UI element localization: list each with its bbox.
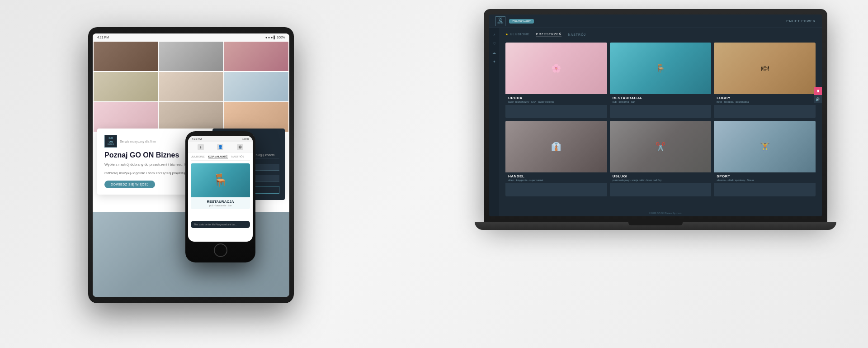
card-uslugi[interactable]: USŁUGI punkt usługowy · stacja paliw · b… (610, 121, 712, 196)
phone-tab-nastroj[interactable]: NASTRÓJ (231, 155, 244, 158)
card-sport-image (714, 121, 816, 172)
phone-home-button[interactable] (214, 243, 227, 257)
tablet-thumb-1 (94, 42, 158, 71)
laptop-cards-grid: URODA salon kosmetyczny · SPA · salon fr… (505, 43, 816, 196)
laptop-logo: GO ON BIZNES (495, 16, 505, 26)
heart-icon[interactable]: ♡ (492, 42, 496, 46)
card-sport-title: SPORT (717, 174, 813, 178)
tablet-time: 4:21 PM (97, 36, 109, 39)
card-sport-subtitle: siłownia · obiekt sportowy · fitness (717, 179, 813, 181)
phone-card-image: 🪑 (191, 163, 250, 197)
phone-restauracja-card[interactable]: 🪑 RESTAURACJA pub · kawiarnia · bar (191, 163, 250, 209)
card-handel-image (505, 121, 607, 172)
card-handel-info: HANDEL sklep · księgarnia · supermarket (505, 172, 607, 183)
card-uroda[interactable]: URODA salon kosmetyczny · SPA · salon fr… (505, 43, 607, 118)
scene: GO ON BIZNES ZNAJDŹ HART PAKIET POWER ♪ … (0, 0, 868, 348)
tablet-thumb-3 (224, 42, 288, 71)
phone-body: 4:21 PM 100% ♪ 👤 ⚙ ULUBIONE DZIAŁALNOŚĆ (185, 131, 255, 262)
tablet-thumb-5 (159, 72, 223, 101)
tablet-learn-more-button[interactable]: DOWIEDZ SIĘ WIĘCEJ (104, 181, 155, 188)
tablet-image-grid (93, 41, 289, 133)
music-icon[interactable]: ♪ (492, 33, 496, 37)
laptop-base (475, 222, 836, 230)
tablet-thumb-6 (224, 72, 288, 101)
card-lobby-title: LOBBY (717, 96, 813, 100)
laptop-find-button[interactable]: ZNAJDŹ HART (509, 19, 534, 24)
phone-tab-dzialalnosc[interactable]: DZIAŁALNOŚĆ (208, 155, 228, 158)
tablet-thumb-8 (159, 102, 223, 132)
card-uroda-subtitle: salon kosmetyczny · SPA · salon fryzjers… (508, 100, 604, 103)
card-handel-title: HANDEL (508, 174, 604, 178)
phone-content-area: ULUBIONE DZIAŁALNOŚĆ NASTRÓJ 🪑 RESTAURAC… (188, 153, 253, 212)
phone-notification-text: This could be the My Playground and bar.… (194, 223, 247, 226)
phone-status-bar: 4:21 PM 100% (188, 136, 253, 142)
pause-button[interactable]: ⏸ (814, 87, 822, 95)
laptop-tabs: ULUBIONE PRZESTRZEŃ NASTRÓJ (505, 33, 816, 37)
phone-card-content: RESTAURACJA pub · kawiarnia · bar (191, 197, 250, 209)
card-restauracja[interactable]: RESTAURACJA pub · kawiarnia · bar (610, 43, 712, 118)
tablet-thumb-4 (94, 72, 158, 101)
laptop-screen: GO ON BIZNES ZNAJDŹ HART PAKIET POWER ♪ … (489, 14, 822, 216)
tablet-thumb-2 (159, 42, 223, 71)
card-handel[interactable]: HANDEL sklep · księgarnia · supermarket (505, 121, 607, 196)
card-lobby-info: LOBBY hotel · recepcja · poczekalnia (714, 94, 816, 105)
tab-przestrzen[interactable]: PRZESTRZEŃ (536, 33, 562, 37)
tablet-tagline: Serwis muzyczny dla firm (120, 140, 156, 143)
laptop-right-bar: ⏸ 🔊 (814, 87, 822, 103)
card-uroda-image (505, 43, 607, 94)
phone-battery: 100% (242, 138, 249, 140)
card-sport[interactable]: SPORT siłownia · obiekt sportowy · fitne… (714, 121, 816, 196)
tab-nastroj[interactable]: NASTRÓJ (568, 33, 586, 37)
phone-music-icon[interactable]: ♪ (198, 144, 204, 150)
card-restauracja-info: RESTAURACJA pub · kawiarnia · bar (610, 94, 712, 105)
phone-settings-icon[interactable]: ⚙ (237, 144, 243, 150)
laptop-main-content: ULUBIONE PRZESTRZEŃ NASTRÓJ URODA salon … (499, 28, 822, 216)
phone-time: 4:21 PM (192, 138, 202, 140)
laptop-footer: © 2016 GO ON Biznes Sp. z o.o. (509, 212, 822, 215)
card-uslugi-image (610, 121, 712, 172)
card-lobby[interactable]: LOBBY hotel · recepcja · poczekalnia (714, 43, 816, 118)
phone-card-subtitle: pub · kawiarnia · bar (193, 204, 247, 207)
phone-screen: 4:21 PM 100% ♪ 👤 ⚙ ULUBIONE DZIAŁALNOŚĆ (188, 136, 253, 242)
card-uroda-info: URODA salon kosmetyczny · SPA · salon fr… (505, 94, 607, 105)
phone-nav-bar: ♪ 👤 ⚙ (188, 142, 253, 153)
tablet-logo: GO ON BIZNES (104, 135, 117, 148)
card-lobby-subtitle: hotel · recepcja · poczekalnia (717, 100, 813, 103)
tablet-thumb-9 (224, 102, 288, 132)
card-sport-info: SPORT siłownia · obiekt sportowy · fitne… (714, 172, 816, 183)
card-uroda-title: URODA (508, 96, 604, 100)
card-restauracja-image (610, 43, 712, 94)
laptop-pakiet-label: PAKIET POWER (786, 19, 816, 23)
phone-person-icon[interactable]: 👤 (217, 144, 223, 150)
card-restauracja-subtitle: pub · kawiarnia · bar (613, 100, 709, 103)
volume-button[interactable]: 🔊 (814, 95, 822, 103)
phone-notification: This could be the My Playground and bar.… (191, 221, 250, 228)
tab-ulubione[interactable]: ULUBIONE (505, 33, 530, 37)
tablet-battery: ● ● ● ▌ 100% (265, 36, 285, 39)
laptop-device: GO ON BIZNES ZNAJDŹ HART PAKIET POWER ♪ … (484, 9, 827, 244)
tablet-status-bar: 4:21 PM ● ● ● ▌ 100% (93, 33, 289, 41)
tablet-thumb-7 (94, 102, 158, 132)
card-restauracja-title: RESTAURACJA (613, 96, 709, 100)
phone-device: 4:21 PM 100% ♪ 👤 ⚙ ULUBIONE DZIAŁALNOŚĆ (185, 131, 255, 262)
chat-icon[interactable]: ☁ (492, 51, 496, 55)
laptop-body: GO ON BIZNES ZNAJDŹ HART PAKIET POWER ♪ … (484, 9, 827, 222)
card-lobby-image (714, 43, 816, 94)
card-uslugi-title: USŁUGI (613, 174, 709, 178)
settings-icon[interactable]: ✦ (492, 60, 496, 64)
laptop-navbar: GO ON BIZNES ZNAJDŹ HART PAKIET POWER (489, 14, 822, 28)
phone-tabs: ULUBIONE DZIAŁALNOŚĆ NASTRÓJ (191, 155, 250, 161)
card-uslugi-subtitle: punkt usługowy · stacja paliw · biuro po… (613, 179, 709, 181)
card-uslugi-info: USŁUGI punkt usługowy · stacja paliw · b… (610, 172, 712, 183)
card-handel-subtitle: sklep · księgarnia · supermarket (508, 179, 604, 181)
phone-card-title: RESTAURACJA (193, 200, 247, 204)
phone-tab-ulubione[interactable]: ULUBIONE (191, 155, 205, 158)
laptop-sidebar: ♪ ♡ ☁ ✦ (489, 28, 499, 216)
